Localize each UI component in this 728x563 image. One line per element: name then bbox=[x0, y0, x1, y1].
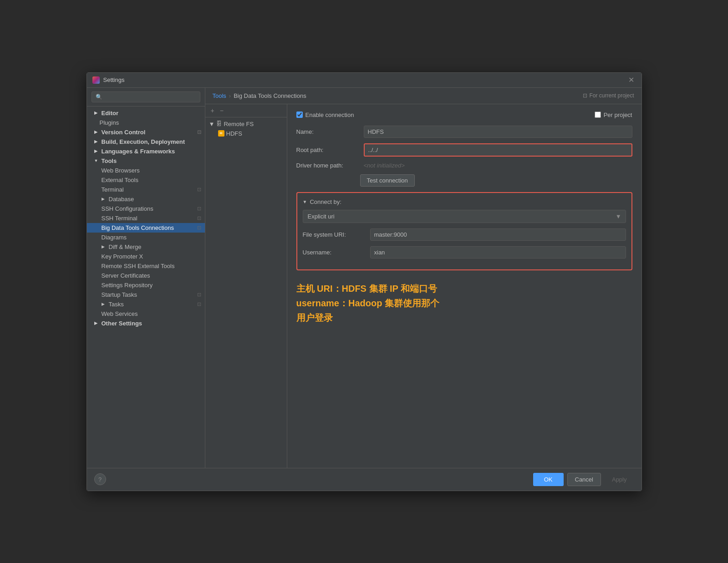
sidebar-item-big-data-tools[interactable]: Big Data Tools Connections ⊡ bbox=[87, 223, 205, 233]
sidebar-item-editor[interactable]: ▶ Editor bbox=[87, 108, 205, 118]
cancel-button[interactable]: Cancel bbox=[567, 473, 601, 486]
breadcrumb-root[interactable]: Tools bbox=[213, 92, 226, 99]
driver-home-path-label: Driver home path: bbox=[296, 162, 360, 169]
copy-icon: ⊡ bbox=[197, 215, 201, 221]
copy-icon: ⊡ bbox=[197, 206, 201, 212]
connect-by-label: Connect by: bbox=[310, 198, 341, 205]
connection-item-hdfs[interactable]: H HDFS bbox=[207, 129, 285, 138]
apply-button[interactable]: Apply bbox=[605, 473, 634, 486]
root-path-input[interactable] bbox=[364, 143, 632, 157]
name-input[interactable] bbox=[364, 126, 632, 138]
sidebar-item-languages-frameworks[interactable]: ▶ Languages & Frameworks bbox=[87, 147, 205, 156]
file-system-uri-input[interactable] bbox=[370, 228, 626, 241]
sidebar-item-key-promoter[interactable]: Key Promoter X bbox=[87, 252, 205, 261]
enable-connection-checkbox[interactable] bbox=[296, 112, 303, 118]
enable-connection-label[interactable]: Enable connection bbox=[296, 112, 354, 118]
connect-by-section: ▼ Connect by: Explicit uri Configuration… bbox=[296, 192, 632, 270]
remote-fs-icon: 🗄 bbox=[216, 121, 222, 127]
sidebar-item-server-certs[interactable]: Server Certificates bbox=[87, 271, 205, 280]
username-input[interactable] bbox=[370, 246, 626, 259]
split-view: + − ▼ 🗄 Remote FS H HDFS bbox=[205, 104, 641, 468]
annotation-line2: username：Hadoop 集群使用那个 bbox=[296, 296, 632, 310]
sidebar-item-tasks[interactable]: ▶ Tasks ⊡ bbox=[87, 299, 205, 309]
help-button[interactable]: ? bbox=[94, 473, 106, 485]
root-path-label: Root path: bbox=[296, 147, 360, 153]
breadcrumb-right: ⊡ For current project bbox=[583, 92, 634, 99]
project-icon: ⊡ bbox=[583, 92, 587, 99]
sidebar-item-ssh-terminal[interactable]: SSH Terminal ⊡ bbox=[87, 213, 205, 223]
sidebar-item-remote-ssh[interactable]: Remote SSH External Tools bbox=[87, 261, 205, 271]
connect-by-select-wrapper: Explicit uri Configuration files Manual … bbox=[303, 210, 626, 223]
copy-icon: ⊡ bbox=[197, 187, 201, 193]
per-project-area: Per project bbox=[595, 112, 632, 118]
sidebar-item-web-services[interactable]: Web Services bbox=[87, 309, 205, 319]
enable-connection-row: Enable connection Per project bbox=[296, 112, 632, 118]
add-connection-button[interactable]: + bbox=[209, 106, 216, 115]
per-project-checkbox[interactable] bbox=[595, 112, 601, 118]
connection-tree-panel: + − ▼ 🗄 Remote FS H HDFS bbox=[205, 104, 287, 468]
sidebar-item-startup-tasks[interactable]: Startup Tasks ⊡ bbox=[87, 290, 205, 299]
footer-buttons: OK Cancel Apply bbox=[533, 473, 634, 486]
sidebar-item-database[interactable]: ▶ Database bbox=[87, 194, 205, 204]
sidebar-item-build-execution[interactable]: ▶ Build, Execution, Deployment bbox=[87, 137, 205, 147]
connection-tree: ▼ 🗄 Remote FS H HDFS bbox=[205, 117, 287, 468]
main-panel: Tools › Big Data Tools Connections ⊡ For… bbox=[205, 88, 641, 468]
collapse-arrow-icon: ▼ bbox=[209, 121, 215, 127]
sidebar-tree: ▶ Editor Plugins ▶ Version Control ⊡ ▶ B… bbox=[87, 107, 205, 468]
arrow-icon: ▶ bbox=[102, 197, 107, 201]
arrow-icon: ▶ bbox=[94, 149, 100, 153]
sidebar-item-web-browsers[interactable]: Web Browsers bbox=[87, 166, 205, 175]
breadcrumb-separator: › bbox=[229, 92, 231, 99]
ok-button[interactable]: OK bbox=[533, 473, 564, 486]
sidebar-item-terminal[interactable]: Terminal ⊡ bbox=[87, 185, 205, 194]
sidebar-item-diagrams[interactable]: Diagrams bbox=[87, 233, 205, 242]
copy-icon: ⊡ bbox=[197, 301, 201, 307]
copy-icon: ⊡ bbox=[197, 292, 201, 298]
sidebar-item-tools[interactable]: ▼ Tools bbox=[87, 156, 205, 166]
sidebar-item-other-settings[interactable]: ▶ Other Settings bbox=[87, 319, 205, 328]
sidebar-item-version-control[interactable]: ▶ Version Control ⊡ bbox=[87, 127, 205, 137]
sidebar-item-settings-repo[interactable]: Settings Repository bbox=[87, 280, 205, 290]
annotation-area: 主机 URI：HDFS 集群 IP 和端口号 username：Hadoop 集… bbox=[296, 281, 632, 325]
search-input[interactable] bbox=[92, 91, 200, 102]
connect-by-header: ▼ Connect by: bbox=[303, 198, 626, 205]
sidebar-item-external-tools[interactable]: External Tools bbox=[87, 175, 205, 185]
close-button[interactable]: ✕ bbox=[626, 76, 636, 85]
settings-dialog: Settings ✕ ▶ Editor Plugins ▶ Version Co… bbox=[87, 72, 642, 491]
root-path-row: Root path: bbox=[296, 143, 632, 157]
sidebar-item-ssh-configurations[interactable]: SSH Configurations ⊡ bbox=[87, 204, 205, 213]
arrow-icon: ▼ bbox=[94, 158, 100, 163]
arrow-icon: ▶ bbox=[102, 244, 107, 249]
arrow-icon: ▶ bbox=[94, 139, 100, 144]
conn-group-label: Remote FS bbox=[224, 121, 254, 127]
arrow-icon: ▶ bbox=[94, 130, 100, 134]
name-label: Name: bbox=[296, 128, 360, 135]
arrow-icon: ▶ bbox=[94, 321, 100, 325]
test-connection-row: Test connection bbox=[296, 174, 632, 187]
connection-group-remote-fs: ▼ 🗄 Remote FS H HDFS bbox=[207, 119, 285, 138]
username-row: Username: bbox=[303, 246, 626, 259]
name-row: Name: bbox=[296, 126, 632, 138]
title-bar: Settings ✕ bbox=[87, 73, 641, 88]
settings-form: Enable connection Per project Name: bbox=[287, 104, 641, 468]
connect-by-arrow-icon: ▼ bbox=[303, 199, 307, 204]
for-current-project: For current project bbox=[589, 92, 634, 99]
tree-toolbar: + − bbox=[205, 104, 287, 117]
driver-home-path-placeholder: <not initialized> bbox=[364, 162, 405, 169]
driver-home-path-row: Driver home path: <not initialized> bbox=[296, 162, 632, 169]
sidebar-item-diff-merge[interactable]: ▶ Diff & Merge bbox=[87, 242, 205, 252]
username-label: Username: bbox=[303, 249, 367, 256]
conn-group-header-remote-fs[interactable]: ▼ 🗄 Remote FS bbox=[207, 119, 285, 129]
breadcrumb: Tools › Big Data Tools Connections ⊡ For… bbox=[205, 88, 641, 104]
connect-by-select[interactable]: Explicit uri Configuration files Manual bbox=[303, 210, 626, 223]
sidebar-item-plugins[interactable]: Plugins bbox=[87, 118, 205, 127]
hdfs-icon: H bbox=[218, 130, 224, 137]
annotation-line3: 用户登录 bbox=[296, 310, 632, 325]
remove-connection-button[interactable]: − bbox=[218, 106, 225, 115]
conn-item-label: HDFS bbox=[226, 130, 242, 137]
app-icon bbox=[92, 76, 100, 84]
annotation-line1: 主机 URI：HDFS 集群 IP 和端口号 bbox=[296, 281, 632, 296]
sidebar-search-area bbox=[87, 88, 205, 107]
test-connection-button[interactable]: Test connection bbox=[360, 174, 415, 187]
arrow-icon: ▶ bbox=[102, 302, 107, 306]
